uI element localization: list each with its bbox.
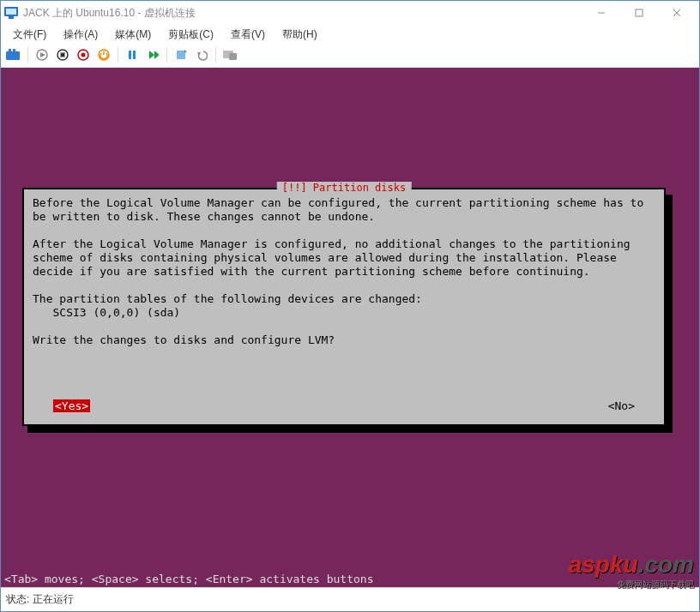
svg-marker-20 — [149, 51, 154, 59]
svg-rect-1 — [6, 9, 16, 15]
menu-action[interactable]: 操作(A) — [55, 27, 106, 42]
svg-rect-26 — [229, 53, 237, 60]
checkpoint-button[interactable] — [172, 45, 190, 64]
menu-help[interactable]: 帮助(H) — [274, 27, 326, 42]
key-hints: <Tab> moves; <Space> selects; <Enter> ac… — [4, 573, 373, 585]
svg-rect-22 — [177, 51, 185, 59]
window-title: JACK 上的 Ubuntu16.10 - 虚拟机连接 — [23, 6, 582, 21]
svg-rect-8 — [9, 49, 11, 52]
status-label: 状态: — [6, 592, 29, 607]
close-button[interactable] — [658, 3, 696, 23]
menu-bar: 文件(F) 操作(A) 媒体(M) 剪贴板(C) 查看(V) 帮助(H) — [1, 25, 699, 44]
revert-button[interactable] — [192, 45, 211, 64]
enhanced-session-button[interactable] — [220, 45, 239, 64]
option-yes[interactable]: <Yes> — [53, 399, 90, 412]
svg-marker-21 — [154, 51, 159, 59]
svg-rect-19 — [133, 51, 136, 59]
shutdown-button[interactable] — [74, 45, 93, 64]
maximize-button[interactable] — [620, 3, 658, 23]
hyperv-icon — [4, 7, 18, 19]
pause-button[interactable] — [123, 45, 142, 64]
svg-rect-7 — [6, 51, 20, 60]
svg-marker-24 — [197, 52, 201, 56]
partition-dialog: [!!] Partition disks Before the Logical … — [22, 188, 666, 426]
menu-media[interactable]: 媒体(M) — [106, 27, 160, 42]
dialog-para2: After the Logical Volume Manager is conf… — [33, 237, 637, 278]
svg-rect-13 — [61, 52, 65, 57]
ctrl-alt-del-button[interactable] — [4, 45, 23, 64]
svg-rect-4 — [636, 9, 643, 16]
turnoff-button[interactable] — [53, 45, 72, 64]
menu-view[interactable]: 查看(V) — [222, 27, 274, 42]
svg-rect-18 — [129, 51, 131, 59]
svg-point-15 — [81, 52, 86, 57]
toolbar-separator — [27, 47, 28, 63]
reset-button[interactable] — [143, 45, 162, 64]
dialog-question: Write the changes to disks and configure… — [33, 333, 335, 346]
minimize-button[interactable] — [582, 3, 620, 23]
svg-marker-11 — [40, 52, 45, 57]
save-button[interactable] — [94, 45, 113, 64]
dialog-para3: The partition tables of the following de… — [33, 292, 422, 305]
menu-clipboard[interactable]: 剪贴板(C) — [160, 27, 222, 42]
toolbar-separator — [118, 47, 118, 63]
option-no[interactable]: <No> — [608, 399, 635, 412]
dialog-title: [!!] Partition disks — [277, 182, 412, 194]
dialog-device: SCSI3 (0,0,0) (sda) — [33, 306, 180, 319]
toolbar-separator — [166, 47, 167, 63]
start-button[interactable] — [33, 45, 51, 64]
vm-display[interactable]: [!!] Partition disks Before the Logical … — [1, 68, 699, 587]
svg-rect-2 — [9, 16, 14, 19]
svg-marker-23 — [184, 50, 187, 52]
status-value: 正在运行 — [33, 592, 74, 607]
dialog-body: Before the Logical Volume Manager can be… — [33, 196, 655, 347]
status-bar: 状态: 正在运行 — [1, 587, 699, 611]
window-titlebar: JACK 上的 Ubuntu16.10 - 虚拟机连接 — [1, 1, 699, 25]
svg-rect-9 — [13, 49, 15, 52]
menu-file[interactable]: 文件(F) — [4, 27, 55, 42]
toolbar — [1, 44, 699, 68]
toolbar-separator — [215, 47, 216, 63]
dialog-para1: Before the Logical Volume Manager can be… — [33, 196, 650, 223]
